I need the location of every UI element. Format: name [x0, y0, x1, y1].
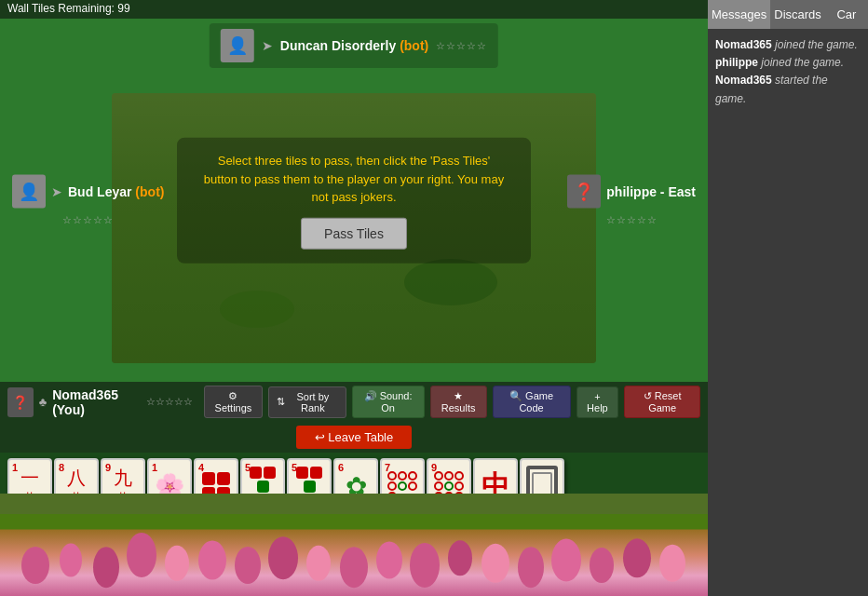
east-player-name: philippe - East	[606, 184, 696, 199]
svg-point-7	[127, 533, 156, 577]
svg-point-8	[165, 546, 189, 581]
svg-point-20	[590, 548, 614, 583]
chat-line: philippe joined the game.	[715, 54, 861, 72]
tab-discards[interactable]: Discards	[770, 0, 825, 29]
instruction-text: Select three tiles to pass, then click t…	[200, 152, 508, 207]
svg-point-9	[198, 541, 226, 580]
svg-point-13	[340, 547, 368, 588]
west-player-avatar: 👤	[12, 175, 46, 209]
svg-point-21	[623, 538, 651, 577]
right-panel-tabs: Messages Discards Car	[708, 0, 868, 29]
west-player: 👤 ➤ Bud Leyar (bot) ☆☆☆☆☆	[5, 168, 171, 234]
wall-tiles-remaining: Wall Tiles Remaining: 99	[0, 0, 708, 19]
settings-button[interactable]: ⚙ Settings	[204, 386, 264, 418]
svg-point-22	[659, 545, 685, 582]
svg-rect-23	[0, 494, 708, 514]
svg-point-4	[21, 547, 49, 584]
svg-point-6	[93, 547, 119, 588]
sound-button[interactable]: 🔊 Sound: On	[352, 386, 425, 418]
south-player-avatar: ❓	[7, 387, 34, 417]
leave-table-section: ↩ Leave Table	[0, 422, 708, 453]
north-player: 👤 ➤ Duncan Disorderly (bot) ☆☆☆☆☆	[210, 23, 498, 68]
east-player-avatar: ❓	[567, 175, 601, 209]
tab-car[interactable]: Car	[825, 0, 868, 29]
north-player-stars: ☆☆☆☆☆	[436, 40, 487, 52]
right-panel: Messages Discards Car Nomad365 joined th…	[708, 0, 868, 596]
chat-line: Nomad365 started the game.	[715, 72, 861, 107]
results-button[interactable]: ★ Results	[430, 386, 487, 418]
svg-point-18	[518, 547, 544, 588]
player-bar: ❓ ♣ Nomad365 (You) ☆☆☆☆☆ ⚙ Settings ⇅ ⇅ …	[0, 382, 708, 422]
game-board: 👤 ➤ Duncan Disorderly (bot) ☆☆☆☆☆ 👤 ➤ Bu…	[0, 19, 708, 382]
chat-area: Nomad365 joined the game. philippe joine…	[708, 29, 868, 596]
svg-point-16	[448, 540, 472, 576]
svg-point-5	[60, 544, 82, 577]
svg-point-12	[306, 546, 331, 581]
tab-messages[interactable]: Messages	[708, 0, 770, 29]
sort-button[interactable]: ⇅ ⇅ Sort by Rank Sort by Rank	[268, 386, 346, 418]
east-player: ❓ philippe - East ☆☆☆☆☆	[560, 168, 703, 234]
svg-point-14	[376, 542, 402, 579]
west-player-stars: ☆☆☆☆☆	[62, 214, 114, 226]
pass-tiles-button[interactable]: Pass Tiles	[301, 217, 407, 249]
leave-table-button[interactable]: ↩ Leave Table	[296, 426, 413, 449]
game-code-button[interactable]: 🔍 Game Code	[493, 386, 571, 418]
center-area: Select three tiles to pass, then click t…	[177, 138, 531, 264]
svg-point-10	[235, 547, 261, 584]
south-player-name: Nomad365 (You)	[52, 387, 140, 417]
west-player-name: Bud Leyar (bot)	[68, 184, 164, 199]
svg-point-15	[410, 543, 440, 588]
north-player-name: Duncan Disorderly (bot)	[280, 38, 428, 53]
chat-line: Nomad365 joined the game.	[715, 36, 861, 54]
svg-point-11	[268, 536, 298, 579]
flower-garden	[0, 494, 708, 596]
east-player-stars: ☆☆☆☆☆	[606, 214, 658, 226]
south-player-stars: ☆☆☆☆☆	[146, 396, 193, 408]
svg-point-17	[481, 544, 509, 583]
north-player-avatar: 👤	[221, 29, 254, 62]
svg-point-19	[551, 539, 581, 582]
help-button[interactable]: + Help	[576, 386, 619, 418]
svg-point-2	[404, 259, 497, 305]
reset-game-button[interactable]: ↺ Reset Game	[624, 386, 700, 418]
svg-point-1	[220, 291, 294, 328]
